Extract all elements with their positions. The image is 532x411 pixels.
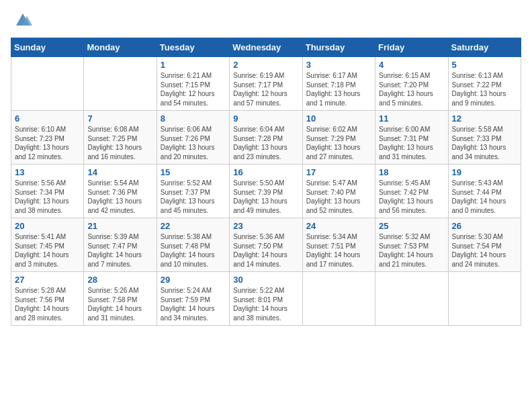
weekday-header-saturday: Saturday [448,38,521,57]
calendar-cell: 13Sunrise: 5:56 AM Sunset: 7:34 PM Dayli… [11,165,84,218]
cell-content: Sunrise: 6:19 AM Sunset: 7:17 PM Dayligh… [233,71,298,107]
calendar-cell: 8Sunrise: 6:06 AM Sunset: 7:26 PM Daylig… [157,111,229,165]
day-number: 12 [452,113,517,124]
cell-content: Sunrise: 6:21 AM Sunset: 7:15 PM Dayligh… [161,71,226,107]
day-number: 3 [306,60,371,70]
day-number: 6 [15,113,80,124]
cell-content: Sunrise: 6:02 AM Sunset: 7:29 PM Dayligh… [306,125,371,161]
calendar-cell: 16Sunrise: 5:50 AM Sunset: 7:39 PM Dayli… [230,165,302,218]
cell-content: Sunrise: 5:22 AM Sunset: 8:01 PM Dayligh… [233,286,298,322]
calendar-cell: 12Sunrise: 5:58 AM Sunset: 7:33 PM Dayli… [448,111,521,165]
cell-content: Sunrise: 5:56 AM Sunset: 7:34 PM Dayligh… [15,179,80,215]
week-row-2: 6Sunrise: 6:10 AM Sunset: 7:23 PM Daylig… [11,111,521,165]
day-number: 4 [379,60,444,70]
calendar-cell: 7Sunrise: 6:08 AM Sunset: 7:25 PM Daylig… [84,111,157,165]
week-row-3: 13Sunrise: 5:56 AM Sunset: 7:34 PM Dayli… [11,165,521,218]
weekday-header-friday: Friday [375,38,448,57]
weekday-header-wednesday: Wednesday [230,38,302,57]
day-number: 8 [161,113,226,124]
calendar-cell: 18Sunrise: 5:45 AM Sunset: 7:42 PM Dayli… [375,165,448,218]
header [11,11,521,30]
calendar-cell: 23Sunrise: 5:36 AM Sunset: 7:50 PM Dayli… [230,218,302,272]
calendar-cell: 28Sunrise: 5:26 AM Sunset: 7:58 PM Dayli… [84,272,157,326]
day-number: 9 [233,113,298,124]
day-number: 30 [233,275,298,285]
day-number: 18 [379,167,444,177]
cell-content: Sunrise: 5:26 AM Sunset: 7:58 PM Dayligh… [87,286,152,322]
calendar-cell: 17Sunrise: 5:47 AM Sunset: 7:40 PM Dayli… [302,165,375,218]
cell-content: Sunrise: 5:24 AM Sunset: 7:59 PM Dayligh… [161,286,226,322]
cell-content: Sunrise: 5:39 AM Sunset: 7:47 PM Dayligh… [87,232,152,269]
cell-content: Sunrise: 5:47 AM Sunset: 7:40 PM Dayligh… [306,179,371,215]
cell-content: Sunrise: 5:32 AM Sunset: 7:53 PM Dayligh… [379,232,444,269]
day-number: 29 [161,275,226,285]
day-number: 2 [233,60,298,70]
day-number: 1 [161,60,226,70]
day-number: 15 [161,167,226,177]
week-row-4: 20Sunrise: 5:41 AM Sunset: 7:45 PM Dayli… [11,218,521,272]
calendar-cell: 25Sunrise: 5:32 AM Sunset: 7:53 PM Dayli… [375,218,448,272]
day-number: 11 [379,113,444,124]
day-number: 26 [452,221,517,231]
cell-content: Sunrise: 6:10 AM Sunset: 7:23 PM Dayligh… [15,125,80,161]
day-number: 21 [87,221,152,231]
cell-content: Sunrise: 5:58 AM Sunset: 7:33 PM Dayligh… [452,125,517,161]
day-number: 17 [306,167,371,177]
weekday-header-tuesday: Tuesday [157,38,229,57]
cell-content: Sunrise: 5:50 AM Sunset: 7:39 PM Dayligh… [233,179,298,215]
calendar-cell: 9Sunrise: 6:04 AM Sunset: 7:28 PM Daylig… [230,111,302,165]
day-number: 5 [452,60,517,70]
calendar-cell: 5Sunrise: 6:13 AM Sunset: 7:22 PM Daylig… [448,57,521,111]
logo [11,11,32,30]
calendar-cell [84,57,157,111]
calendar-cell: 14Sunrise: 5:54 AM Sunset: 7:36 PM Dayli… [84,165,157,218]
cell-content: Sunrise: 5:54 AM Sunset: 7:36 PM Dayligh… [87,179,152,215]
day-number: 10 [306,113,371,124]
cell-content: Sunrise: 6:15 AM Sunset: 7:20 PM Dayligh… [379,71,444,107]
cell-content: Sunrise: 5:38 AM Sunset: 7:48 PM Dayligh… [161,232,226,269]
calendar-cell: 4Sunrise: 6:15 AM Sunset: 7:20 PM Daylig… [375,57,448,111]
day-number: 13 [15,167,80,177]
logo-icon [13,11,32,30]
day-number: 23 [233,221,298,231]
day-number: 28 [87,275,152,285]
calendar-cell: 27Sunrise: 5:28 AM Sunset: 7:56 PM Dayli… [11,272,84,326]
calendar-cell: 29Sunrise: 5:24 AM Sunset: 7:59 PM Dayli… [157,272,229,326]
calendar-cell: 11Sunrise: 6:00 AM Sunset: 7:31 PM Dayli… [375,111,448,165]
calendar-cell: 30Sunrise: 5:22 AM Sunset: 8:01 PM Dayli… [230,272,302,326]
cell-content: Sunrise: 6:17 AM Sunset: 7:18 PM Dayligh… [306,71,371,107]
calendar-cell [302,272,375,326]
day-number: 16 [233,167,298,177]
cell-content: Sunrise: 5:36 AM Sunset: 7:50 PM Dayligh… [233,232,298,269]
day-number: 20 [15,221,80,231]
day-number: 22 [161,221,226,231]
cell-content: Sunrise: 6:08 AM Sunset: 7:25 PM Dayligh… [87,125,152,161]
calendar-cell: 6Sunrise: 6:10 AM Sunset: 7:23 PM Daylig… [11,111,84,165]
cell-content: Sunrise: 5:30 AM Sunset: 7:54 PM Dayligh… [452,232,517,269]
day-number: 7 [87,113,152,124]
calendar-cell: 26Sunrise: 5:30 AM Sunset: 7:54 PM Dayli… [448,218,521,272]
calendar-cell: 20Sunrise: 5:41 AM Sunset: 7:45 PM Dayli… [11,218,84,272]
calendar-cell: 1Sunrise: 6:21 AM Sunset: 7:15 PM Daylig… [157,57,229,111]
day-number: 25 [379,221,444,231]
calendar-cell: 24Sunrise: 5:34 AM Sunset: 7:51 PM Dayli… [302,218,375,272]
cell-content: Sunrise: 6:04 AM Sunset: 7:28 PM Dayligh… [233,125,298,161]
calendar: SundayMondayTuesdayWednesdayThursdayFrid… [11,38,521,326]
calendar-cell: 10Sunrise: 6:02 AM Sunset: 7:29 PM Dayli… [302,111,375,165]
cell-content: Sunrise: 5:52 AM Sunset: 7:37 PM Dayligh… [161,179,226,215]
cell-content: Sunrise: 5:45 AM Sunset: 7:42 PM Dayligh… [379,179,444,215]
cell-content: Sunrise: 6:06 AM Sunset: 7:26 PM Dayligh… [161,125,226,161]
week-row-1: 1Sunrise: 6:21 AM Sunset: 7:15 PM Daylig… [11,57,521,111]
cell-content: Sunrise: 5:34 AM Sunset: 7:51 PM Dayligh… [306,232,371,269]
day-number: 27 [15,275,80,285]
cell-content: Sunrise: 5:28 AM Sunset: 7:56 PM Dayligh… [15,286,80,322]
weekday-header-thursday: Thursday [302,38,375,57]
calendar-cell: 21Sunrise: 5:39 AM Sunset: 7:47 PM Dayli… [84,218,157,272]
calendar-cell: 15Sunrise: 5:52 AM Sunset: 7:37 PM Dayli… [157,165,229,218]
weekday-header-row: SundayMondayTuesdayWednesdayThursdayFrid… [11,38,521,57]
calendar-cell [448,272,521,326]
calendar-cell: 3Sunrise: 6:17 AM Sunset: 7:18 PM Daylig… [302,57,375,111]
cell-content: Sunrise: 6:13 AM Sunset: 7:22 PM Dayligh… [452,71,517,107]
day-number: 24 [306,221,371,231]
week-row-5: 27Sunrise: 5:28 AM Sunset: 7:56 PM Dayli… [11,272,521,326]
